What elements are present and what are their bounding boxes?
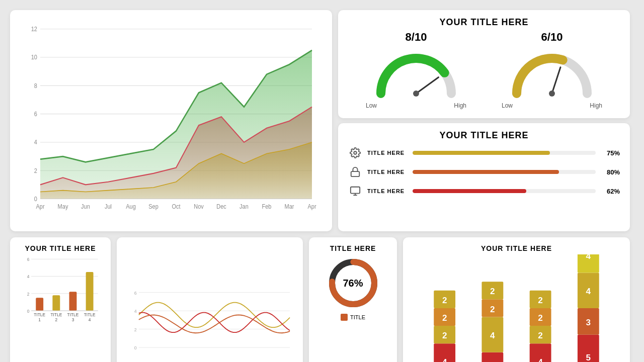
svg-text:2: 2 xyxy=(442,295,447,305)
svg-text:4: 4 xyxy=(586,286,591,296)
gauge-value-1: 8/10 xyxy=(406,31,427,44)
svg-text:2: 2 xyxy=(538,330,543,340)
gauge-item-1: 8/10 Low High xyxy=(366,31,466,109)
line-chart-card: 0246 TITLETITLETITLE xyxy=(117,237,303,362)
line-chart-svg: 0246 xyxy=(125,244,295,362)
svg-text:Dec: Dec xyxy=(216,204,226,210)
donut-legend-label: TITLE xyxy=(350,314,365,320)
gauge-card-title: YOUR TITLE HERE xyxy=(348,17,620,28)
gauge-low-2: Low xyxy=(502,102,513,109)
svg-text:2: 2 xyxy=(442,313,447,323)
svg-text:2: 2 xyxy=(442,330,447,340)
svg-text:4: 4 xyxy=(586,254,591,261)
svg-text:1: 1 xyxy=(38,317,41,322)
progress-label-row3: TITLE HERE xyxy=(367,188,408,194)
svg-text:0: 0 xyxy=(134,345,137,350)
gauge-svg-wrap-1 xyxy=(366,46,466,101)
svg-text:4: 4 xyxy=(134,309,137,314)
gauge-item-2: 6/10 Low High xyxy=(502,31,602,109)
gauge-svg-2 xyxy=(502,46,602,101)
bar-chart-svg: 0246TITLE1TITLE2TITLE3TITLE4 xyxy=(18,254,103,329)
progress-card: YOUR TITLE HERE TITLE HERE 75% TITLE HER… xyxy=(338,123,630,231)
stacked-bar-title: YOUR TITLE HERE xyxy=(411,244,622,252)
dashboard: 024681012 AprMayJunJulAugSepOctNovDecJan… xyxy=(10,10,634,352)
svg-text:0: 0 xyxy=(34,196,37,202)
progress-card-title: YOUR TITLE HERE xyxy=(348,130,620,141)
svg-text:6: 6 xyxy=(134,291,137,296)
svg-text:6: 6 xyxy=(27,257,30,262)
svg-text:8: 8 xyxy=(34,82,37,89)
svg-text:4: 4 xyxy=(34,139,38,146)
progress-rows: TITLE HERE 75% TITLE HERE 80% TITLE HERE… xyxy=(348,146,620,198)
svg-line-33 xyxy=(552,67,560,94)
progress-bar-wrap-row3 xyxy=(413,189,596,193)
svg-text:2: 2 xyxy=(34,167,37,174)
gauge-low-1: Low xyxy=(366,102,377,109)
bar-chart-card: YOUR TITLE HERE 0246TITLE1TITLE2TITLE3TI… xyxy=(10,237,111,362)
progress-icon-row1 xyxy=(348,146,362,160)
svg-text:Oct: Oct xyxy=(172,204,181,210)
svg-text:2: 2 xyxy=(27,292,30,297)
svg-text:0: 0 xyxy=(27,309,30,314)
svg-text:4: 4 xyxy=(27,274,30,279)
progress-label-row2: TITLE HERE xyxy=(367,169,408,175)
bottom-row: YOUR TITLE HERE 0246TITLE1TITLE2TITLE3TI… xyxy=(10,237,630,348)
svg-text:2: 2 xyxy=(538,313,543,323)
gauge-labels-2: Low High xyxy=(502,102,602,109)
svg-rect-37 xyxy=(351,187,360,194)
svg-text:10: 10 xyxy=(31,54,37,61)
gauge-value-2: 6/10 xyxy=(541,31,563,44)
progress-row-row1: TITLE HERE 75% xyxy=(348,146,620,160)
svg-text:Jan: Jan xyxy=(239,204,249,210)
svg-rect-54 xyxy=(69,292,77,311)
svg-text:Sep: Sep xyxy=(148,204,158,210)
svg-text:3: 3 xyxy=(72,317,74,322)
area-chart-card: 024681012 AprMayJunJulAugSepOctNovDecJan… xyxy=(10,10,332,231)
donut-center-text: 76% xyxy=(343,278,363,289)
svg-line-31 xyxy=(416,77,438,94)
svg-text:2: 2 xyxy=(490,304,495,314)
svg-text:Feb: Feb xyxy=(262,204,272,210)
progress-row-row3: TITLE HERE 62% xyxy=(348,184,620,198)
svg-text:Apr: Apr xyxy=(307,204,316,210)
svg-text:Aug: Aug xyxy=(126,204,136,210)
progress-bar-fill-row2 xyxy=(413,170,559,174)
progress-pct-row1: 75% xyxy=(601,149,620,157)
donut-title: TITLE HERE xyxy=(330,244,376,252)
donut-wrap: 76% xyxy=(326,255,381,311)
donut-legend: TITLE xyxy=(341,314,365,321)
svg-text:Mar: Mar xyxy=(285,204,294,210)
progress-bar-fill-row3 xyxy=(413,189,526,193)
svg-text:5: 5 xyxy=(586,352,591,362)
donut-card: TITLE HERE 76% TITLE xyxy=(309,237,397,362)
svg-point-34 xyxy=(549,90,555,97)
gauge-svg-wrap-2 xyxy=(502,46,602,101)
svg-text:Nov: Nov xyxy=(194,204,204,210)
svg-text:Jun: Jun xyxy=(81,204,90,210)
svg-point-35 xyxy=(354,151,357,154)
svg-rect-80 xyxy=(481,352,503,362)
bar-chart-svg-wrap: 0246TITLE1TITLE2TITLE3TITLE4 xyxy=(18,254,103,362)
gauge-labels-1: Low High xyxy=(366,102,466,109)
right-panel: YOUR TITLE HERE 8/10 Low High 6/10 xyxy=(338,10,630,231)
stacked-bar-svg: 4222TITLE 13422TITLE 24222TITLE 35344TIT… xyxy=(411,254,622,362)
progress-bar-wrap-row2 xyxy=(413,170,596,174)
progress-bar-fill-row1 xyxy=(413,151,550,155)
gauge-high-1: High xyxy=(454,102,466,109)
svg-text:4: 4 xyxy=(490,330,495,340)
svg-text:Jul: Jul xyxy=(105,204,112,210)
bar-chart-title: YOUR TITLE HERE xyxy=(18,244,103,252)
progress-row-row2: TITLE HERE 80% xyxy=(348,165,620,179)
svg-rect-57 xyxy=(86,272,94,311)
svg-text:6: 6 xyxy=(34,111,37,118)
area-chart-svg: 024681012 AprMayJunJulAugSepOctNovDecJan… xyxy=(20,18,322,226)
svg-text:12: 12 xyxy=(31,26,37,33)
svg-text:2: 2 xyxy=(134,327,137,332)
svg-rect-51 xyxy=(52,295,60,311)
gauge-svg-1 xyxy=(366,46,466,101)
progress-icon-row2 xyxy=(348,165,362,179)
svg-text:2: 2 xyxy=(55,317,57,322)
svg-text:4: 4 xyxy=(89,317,91,322)
gauge-high-2: High xyxy=(590,102,602,109)
svg-text:4: 4 xyxy=(442,357,447,362)
